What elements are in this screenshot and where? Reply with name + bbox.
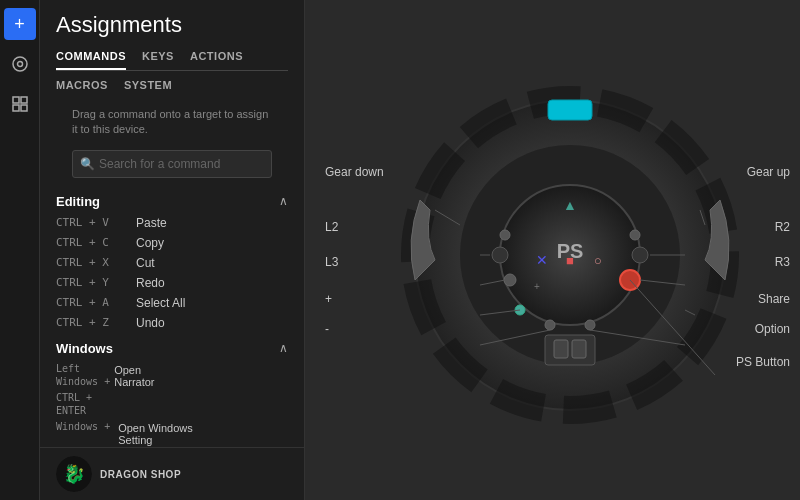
command-block-label: OpenNarrator (114, 364, 154, 388)
search-input[interactable] (72, 150, 272, 178)
command-block-keys: Windows + (56, 420, 110, 433)
label-option: Option (755, 322, 790, 336)
label-r3: R3 (775, 255, 790, 269)
section-editing-label: Editing (56, 194, 100, 209)
command-redo[interactable]: CTRL + Y Redo (40, 273, 304, 293)
svg-point-26 (500, 230, 510, 240)
svg-text:+: + (534, 281, 540, 292)
label-l2: L2 (325, 220, 338, 234)
command-key: CTRL + C (56, 236, 136, 249)
sidebar-circle-icon[interactable] (4, 48, 36, 80)
command-block-keys: LeftWindows + (56, 362, 110, 388)
command-narrator[interactable]: LeftWindows + OpenNarrator (40, 360, 304, 390)
command-copy[interactable]: CTRL + C Copy (40, 233, 304, 253)
section-editing-header[interactable]: Editing ∧ (40, 186, 304, 213)
label-gear-down: Gear down (325, 165, 384, 179)
panel-header: Assignments COMMANDS KEYS ACTIONS MACROS… (40, 0, 304, 186)
svg-rect-2 (13, 97, 19, 103)
svg-point-29 (545, 320, 555, 330)
svg-rect-21 (572, 340, 586, 358)
command-key: CTRL + Z (56, 316, 136, 329)
command-key: CTRL + A (56, 296, 136, 309)
command-label: Copy (136, 236, 164, 250)
sidebar-grid-icon[interactable] (4, 88, 36, 120)
command-label: Redo (136, 276, 165, 290)
command-block-keys: CTRL +ENTER (56, 391, 92, 417)
right-panel: ▲ ✕ ■ ○ PS + (305, 0, 800, 500)
svg-rect-3 (21, 97, 27, 103)
svg-text:✕: ✕ (536, 252, 548, 268)
svg-rect-18 (548, 100, 592, 120)
logo-icon: 🐉 (56, 456, 92, 492)
tab-keys[interactable]: KEYS (142, 50, 174, 70)
icon-sidebar: + (0, 0, 40, 500)
label-r2: R2 (775, 220, 790, 234)
label-ps-button: PS Button (736, 355, 790, 369)
sidebar-plus-icon[interactable]: + (4, 8, 36, 40)
section-windows-label: Windows (56, 341, 113, 356)
command-key: CTRL + Y (56, 276, 136, 289)
svg-rect-19 (545, 335, 595, 365)
section-windows-header[interactable]: Windows ∧ (40, 333, 304, 360)
command-ctrl-enter[interactable]: CTRL +ENTER (40, 390, 304, 418)
tab-macros[interactable]: MACROS (56, 79, 108, 95)
tab-row-2: MACROS SYSTEM (56, 71, 288, 95)
search-box: 🔍 (72, 150, 272, 178)
command-label: Paste (136, 216, 167, 230)
commands-list: Editing ∧ CTRL + V Paste CTRL + C Copy C… (40, 186, 304, 447)
svg-text:▲: ▲ (563, 197, 577, 213)
tab-system[interactable]: SYSTEM (124, 79, 172, 95)
svg-point-30 (585, 320, 595, 330)
command-label: Undo (136, 316, 165, 330)
label-minus: - (325, 322, 329, 336)
command-block-label: Open WindowsSetting (118, 422, 193, 446)
svg-rect-4 (13, 105, 19, 111)
label-share: Share (758, 292, 790, 306)
label-l3: L3 (325, 255, 338, 269)
svg-point-22 (492, 247, 508, 263)
page-title: Assignments (56, 12, 288, 38)
svg-rect-5 (21, 105, 27, 111)
left-panel: Assignments COMMANDS KEYS ACTIONS MACROS… (40, 0, 305, 500)
svg-point-23 (504, 274, 516, 286)
command-windows-setting[interactable]: Windows + Open WindowsSetting (40, 418, 304, 447)
svg-text:🐉: 🐉 (63, 463, 86, 485)
command-label: Cut (136, 256, 155, 270)
section-windows-chevron: ∧ (279, 341, 288, 355)
command-selectall[interactable]: CTRL + A Select All (40, 293, 304, 313)
command-key: CTRL + X (56, 256, 136, 269)
command-key: CTRL + V (56, 216, 136, 229)
logo-area: 🐉 DRAGON SHOP (40, 447, 304, 500)
svg-text:○: ○ (594, 253, 602, 268)
command-undo[interactable]: CTRL + Z Undo (40, 313, 304, 333)
svg-point-1 (17, 62, 22, 67)
section-editing-chevron: ∧ (279, 194, 288, 208)
logo-text: DRAGON SHOP (100, 469, 181, 480)
tab-row-1: COMMANDS KEYS ACTIONS (56, 50, 288, 71)
command-label: Select All (136, 296, 185, 310)
drag-hint: Drag a command onto a target to assign i… (56, 99, 288, 146)
label-plus: + (325, 292, 332, 306)
tab-commands[interactable]: COMMANDS (56, 50, 126, 70)
svg-rect-20 (554, 340, 568, 358)
search-icon: 🔍 (80, 157, 95, 171)
svg-point-27 (630, 230, 640, 240)
svg-point-0 (13, 57, 27, 71)
command-cut[interactable]: CTRL + X Cut (40, 253, 304, 273)
tab-actions[interactable]: ACTIONS (190, 50, 243, 70)
svg-text:PS: PS (557, 240, 584, 262)
command-paste[interactable]: CTRL + V Paste (40, 213, 304, 233)
svg-point-24 (632, 247, 648, 263)
label-gear-up: Gear up (747, 165, 790, 179)
